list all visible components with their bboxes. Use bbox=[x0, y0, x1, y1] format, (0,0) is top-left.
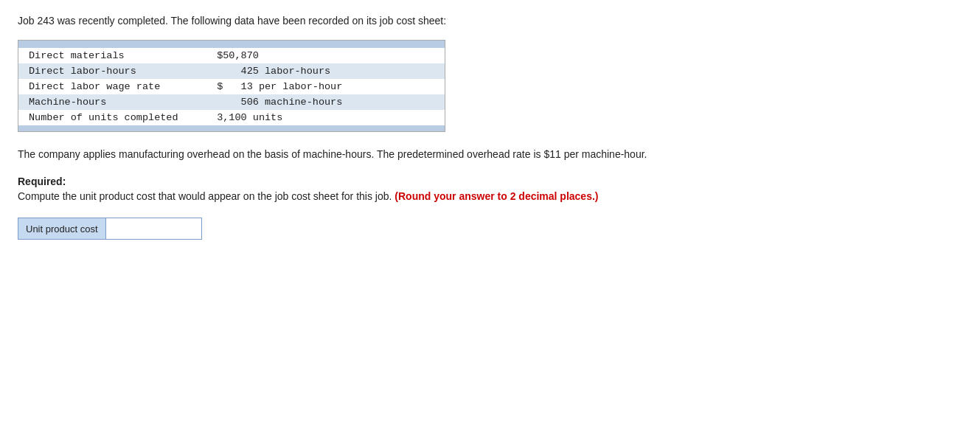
required-section: Required: Compute the unit product cost … bbox=[18, 176, 962, 204]
table-row: Direct materials $50,870 bbox=[18, 48, 445, 63]
table-row: Number of units completed 3,100 units bbox=[18, 110, 445, 125]
row-label: Direct labor-hours bbox=[18, 63, 209, 79]
intro-text: Job 243 was recently completed. The foll… bbox=[18, 15, 962, 27]
row-label: Machine-hours bbox=[18, 94, 209, 110]
row-label: Direct labor wage rate bbox=[18, 79, 209, 94]
overhead-text: The company applies manufacturing overhe… bbox=[18, 147, 681, 162]
table-row: Direct labor wage rate $ 13 per labor-ho… bbox=[18, 79, 445, 94]
row-value: $50,870 bbox=[209, 48, 445, 63]
round-note-text: (Round your answer to 2 decimal places.) bbox=[395, 190, 598, 202]
row-label: Direct materials bbox=[18, 48, 209, 63]
answer-label: Unit product cost bbox=[18, 218, 106, 240]
row-value: 506 machine-hours bbox=[209, 94, 445, 110]
row-value: 425 labor-hours bbox=[209, 63, 445, 79]
data-table-wrapper: Direct materials $50,870 Direct labor-ho… bbox=[18, 40, 445, 132]
question-normal-text: Compute the unit product cost that would… bbox=[18, 190, 392, 202]
required-label: Required: bbox=[18, 176, 962, 187]
table-row: Direct labor-hours 425 labor-hours bbox=[18, 63, 445, 79]
row-label: Number of units completed bbox=[18, 110, 209, 125]
unit-product-cost-input[interactable] bbox=[106, 218, 202, 240]
answer-row: Unit product cost bbox=[18, 218, 962, 240]
table-header-bar bbox=[18, 41, 445, 48]
cost-data-table: Direct materials $50,870 Direct labor-ho… bbox=[18, 48, 445, 125]
table-footer-bar bbox=[18, 125, 445, 131]
table-row: Machine-hours 506 machine-hours bbox=[18, 94, 445, 110]
row-value: $ 13 per labor-hour bbox=[209, 79, 445, 94]
row-value: 3,100 units bbox=[209, 110, 445, 125]
required-question: Compute the unit product cost that would… bbox=[18, 189, 726, 204]
